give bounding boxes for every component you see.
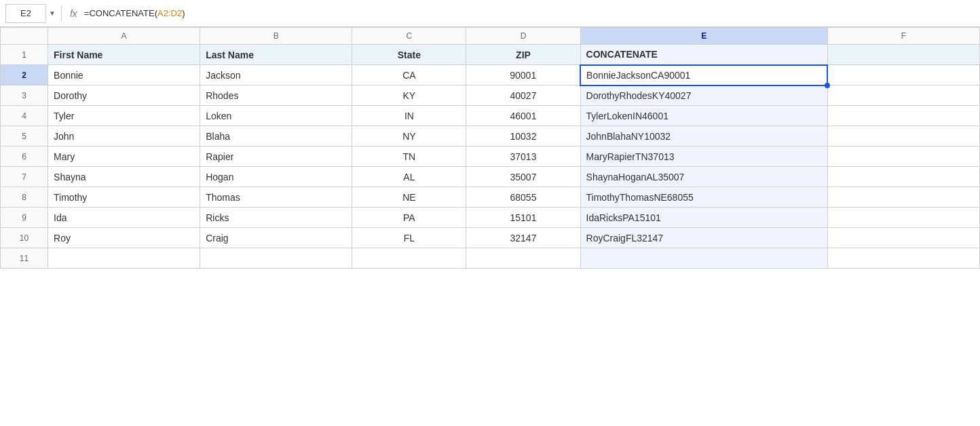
cell-b8[interactable]: Thomas [200, 187, 352, 208]
cell-a8[interactable]: Timothy [48, 187, 200, 208]
row-num-1[interactable]: 1 [1, 45, 48, 65]
cell-b5[interactable]: Blaha [200, 126, 352, 147]
cell-f7[interactable] [827, 167, 979, 187]
cell-a3[interactable]: Dorothy [48, 85, 200, 106]
cell-b7[interactable]: Hogan [200, 167, 352, 187]
cell-f2[interactable] [827, 65, 979, 85]
cell-b3[interactable]: Rhodes [200, 85, 352, 106]
table-row: 10 Roy Craig FL 32147 RoyCraigFL32147 [1, 228, 980, 248]
cell-c8[interactable]: NE [352, 187, 466, 208]
fx-label: fx [70, 8, 77, 19]
cell-e2[interactable]: BonnieJacksonCA90001 [580, 65, 827, 85]
cell-b6[interactable]: Rapier [200, 147, 352, 167]
formula-suffix: ) [182, 8, 185, 18]
cell-c2[interactable]: CA [352, 65, 466, 85]
table-row: 5 John Blaha NY 10032 JohnBlahaNY10032 [1, 126, 980, 147]
row-num-3[interactable]: 3 [1, 85, 48, 106]
cell-d4[interactable]: 46001 [466, 106, 580, 126]
row-num-4[interactable]: 4 [1, 106, 48, 126]
row-num-5[interactable]: 5 [1, 126, 48, 147]
cell-c5[interactable]: NY [352, 126, 466, 147]
cell-c9[interactable]: PA [352, 208, 466, 228]
cell-b4[interactable]: Loken [200, 106, 352, 126]
formula-bar-divider [61, 5, 62, 22]
cell-e4[interactable]: TylerLokenIN46001 [580, 106, 827, 126]
cell-a6[interactable]: Mary [48, 147, 200, 167]
formula-prefix: =CONCATENATE( [84, 8, 157, 18]
col-header-f[interactable]: F [827, 28, 979, 45]
cell-b10[interactable]: Craig [200, 228, 352, 248]
cell-b9[interactable]: Ricks [200, 208, 352, 228]
cell-a10[interactable]: Roy [48, 228, 200, 248]
row-num-6[interactable]: 6 [1, 147, 48, 167]
cell-f8[interactable] [827, 187, 979, 208]
cell-b2[interactable]: Jackson [200, 65, 352, 85]
row-num-8[interactable]: 8 [1, 187, 48, 208]
cell-d11[interactable] [466, 248, 580, 269]
cell-e10[interactable]: RoyCraigFL32147 [580, 228, 827, 248]
table-row: 2 Bonnie Jackson CA 90001 BonnieJacksonC… [1, 65, 980, 85]
cell-f5[interactable] [827, 126, 979, 147]
cell-d7[interactable]: 35007 [466, 167, 580, 187]
cell-reference-box[interactable]: E2 [5, 4, 46, 23]
table-row: 7 Shayna Hogan AL 35007 ShaynaHoganAL350… [1, 167, 980, 187]
cell-d10[interactable]: 32147 [466, 228, 580, 248]
col-header-e[interactable]: E [580, 28, 827, 45]
cell-f10[interactable] [827, 228, 979, 248]
formula-bar: E2 ▼ fx =CONCATENATE(A2:D2) [0, 0, 980, 27]
col-header-d[interactable]: D [466, 28, 580, 45]
cell-d8[interactable]: 68055 [466, 187, 580, 208]
row-num-10[interactable]: 10 [1, 228, 48, 248]
cell-a5[interactable]: John [48, 126, 200, 147]
cell-c4[interactable]: IN [352, 106, 466, 126]
cell-a1[interactable]: First Name [48, 45, 200, 65]
cell-e9[interactable]: IdaRicksPA15101 [580, 208, 827, 228]
col-header-b[interactable]: B [200, 28, 352, 45]
row-num-2[interactable]: 2 [1, 65, 48, 85]
cell-e11[interactable] [580, 248, 827, 269]
cell-f1[interactable] [827, 45, 979, 65]
cell-b1[interactable]: Last Name [200, 45, 352, 65]
cell-d3[interactable]: 40027 [466, 85, 580, 106]
cell-c11[interactable] [352, 248, 466, 269]
table-row: 4 Tyler Loken IN 46001 TylerLokenIN46001 [1, 106, 980, 126]
cell-a11[interactable] [48, 248, 200, 269]
cell-c10[interactable]: FL [352, 228, 466, 248]
cell-e1[interactable]: CONCATENATE [580, 45, 827, 65]
cell-e8[interactable]: TimothyThomasNE68055 [580, 187, 827, 208]
cell-f11[interactable] [827, 248, 979, 269]
col-header-c[interactable]: C [352, 28, 466, 45]
cell-ref-text: E2 [20, 8, 31, 18]
cell-d9[interactable]: 15101 [466, 208, 580, 228]
cell-d6[interactable]: 37013 [466, 147, 580, 167]
table-row: 9 Ida Ricks PA 15101 IdaRicksPA15101 [1, 208, 980, 228]
cell-c7[interactable]: AL [352, 167, 466, 187]
row-num-7[interactable]: 7 [1, 167, 48, 187]
cell-a9[interactable]: Ida [48, 208, 200, 228]
cell-d5[interactable]: 10032 [466, 126, 580, 147]
cell-f9[interactable] [827, 208, 979, 228]
cell-a7[interactable]: Shayna [48, 167, 200, 187]
dropdown-arrow-icon[interactable]: ▼ [49, 9, 56, 17]
cell-f4[interactable] [827, 106, 979, 126]
cell-d2[interactable]: 90001 [466, 65, 580, 85]
cell-f6[interactable] [827, 147, 979, 167]
table-row: 6 Mary Rapier TN 37013 MaryRapierTN37013 [1, 147, 980, 167]
cell-f3[interactable] [827, 85, 979, 106]
cell-b11[interactable] [200, 248, 352, 269]
cell-c6[interactable]: TN [352, 147, 466, 167]
row-num-11[interactable]: 11 [1, 248, 48, 269]
cell-e5[interactable]: JohnBlahaNY10032 [580, 126, 827, 147]
cell-c3[interactable]: KY [352, 85, 466, 106]
table-row: 3 Dorothy Rhodes KY 40027 DorothyRhodesK… [1, 85, 980, 106]
col-header-a[interactable]: A [48, 28, 200, 45]
cell-e3[interactable]: DorothyRhodesKY40027 [580, 85, 827, 106]
cell-e6[interactable]: MaryRapierTN37013 [580, 147, 827, 167]
cell-d1[interactable]: ZIP [466, 45, 580, 65]
cell-a2[interactable]: Bonnie [48, 65, 200, 85]
table-row: 1 First Name Last Name State ZIP CONCATE… [1, 45, 980, 65]
cell-a4[interactable]: Tyler [48, 106, 200, 126]
row-num-9[interactable]: 9 [1, 208, 48, 228]
cell-c1[interactable]: State [352, 45, 466, 65]
cell-e7[interactable]: ShaynaHoganAL35007 [580, 167, 827, 187]
